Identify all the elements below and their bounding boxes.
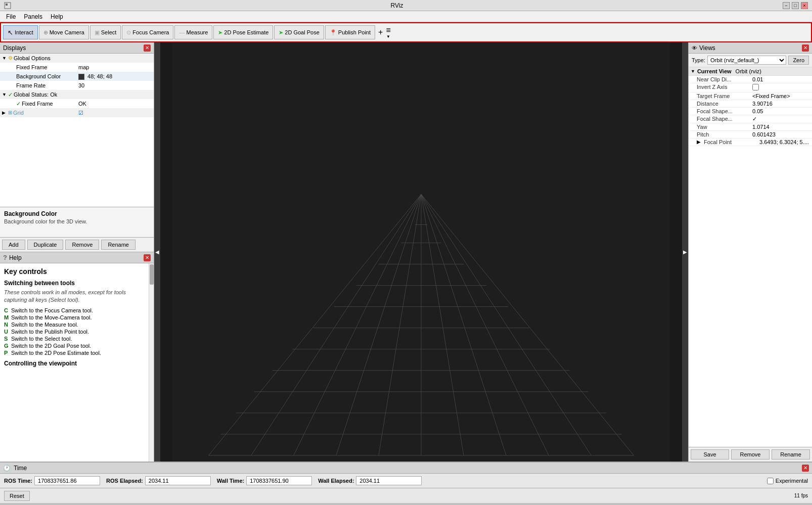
cv-row-focalshape1[interactable]: Focal Shape... 0.05 [689,108,812,115]
cv-focalpoint-value: 3.6493; 6.3024; 5.... [759,139,810,145]
grid-row[interactable]: ▶ ⊞ Grid ☑ [0,108,154,117]
move-camera-label: Move Camera [50,29,84,35]
help-scroll-thumb[interactable] [150,264,154,285]
collapse-right-button[interactable]: ▶ [682,42,688,462]
move-camera-button[interactable]: ⊕ Move Camera [39,25,89,39]
minimize-button[interactable]: − [783,2,790,9]
current-view-header[interactable]: ▼ Current View Orbit (rviz) [689,67,812,76]
select-icon: ▣ [95,29,100,36]
views-rename-button[interactable]: Rename [772,449,810,460]
cv-row-nearclip[interactable]: Near Clip Di... 0.01 [689,76,812,83]
wall-elapsed-label: Wall Elapsed: [318,478,354,484]
help-inner: Key controls Switching between tools The… [0,263,154,462]
views-buttons: Save Remove Rename [689,447,812,462]
maximize-button[interactable]: □ [792,2,799,9]
global-status-ff-row[interactable]: ✓ Fixed Frame OK [0,99,154,108]
ros-elapsed-input[interactable] [145,476,211,485]
menu-file[interactable]: File [2,12,20,21]
wall-elapsed-input[interactable] [356,476,422,485]
grid-checkbox[interactable]: ☑ [78,110,83,116]
menu-help[interactable]: Help [47,12,67,21]
help-main-title: Key controls [4,267,145,276]
cv-row-invertz[interactable]: Invert Z Axis [689,83,812,93]
3d-view[interactable] [160,42,682,462]
rename-button[interactable]: Rename [101,240,136,250]
displays-close-button[interactable]: ✕ [144,44,151,52]
cv-row-targetframe[interactable]: Target Frame <Fixed Frame> [689,93,812,100]
cv-row-focalshape2[interactable]: Focal Shape... ✓ [689,115,812,123]
description-title: Background Color [4,210,150,217]
views-zero-button[interactable]: Zero [788,56,809,65]
cv-focalpoint-label: Focal Point [704,139,759,145]
measure-button[interactable]: — Measure [174,25,212,39]
toolbar-overflow-button[interactable]: ≡ [386,26,390,34]
interact-label: Interact [15,29,33,35]
cv-focalshape2-value: ✓ [752,116,810,122]
focus-camera-button[interactable]: ⊙ Focus Camera [122,25,173,39]
time-panel-title: Time [14,465,27,472]
goal-pose-button[interactable]: ➤ 2D Goal Pose [274,25,324,39]
displays-tree[interactable]: ▼ ⚙ Global Options Fixed Frame map [0,54,154,207]
shortcut-desc-m: Switch to the Move-Camera tool. [11,314,145,320]
publish-point-button[interactable]: 📍 Publish Point [325,25,375,39]
shortcut-p: P Switch to the 2D Pose Estimate tool. [4,350,145,356]
pose-estimate-button[interactable]: ➤ 2D Pose Estimate [213,25,273,39]
experimental-checkbox[interactable] [767,478,774,484]
global-status-expand[interactable]: ▼ [2,90,7,99]
current-view-panel: ▼ Current View Orbit (rviz) Near Clip Di… [689,67,812,447]
shortcut-g: G Switch to the 2D Goal Pose tool. [4,343,145,349]
shortcut-desc-u: Switch to the Publish Point tool. [11,329,145,335]
cv-row-distance[interactable]: Distance 3.90716 [689,100,812,108]
global-status-row[interactable]: ▼ ✓ Global Status: Ok [0,90,154,99]
select-button[interactable]: ▣ Select [90,25,121,39]
help-panel-title: Help [9,254,22,261]
wall-time-input[interactable] [246,476,312,485]
help-close-button[interactable]: ✕ [144,254,151,261]
current-view-expand[interactable]: ▼ [691,69,695,74]
frame-rate-row[interactable]: Frame Rate 30 [0,81,154,90]
reset-button[interactable]: Reset [4,491,30,501]
bg-color-row[interactable]: Background Color 48; 48; 48 [0,72,154,81]
views-save-button[interactable]: Save [691,449,729,460]
collapse-left-button[interactable]: ◀ [154,42,160,462]
remove-button[interactable]: Remove [65,240,99,250]
interact-button[interactable]: ↖ Interact [3,25,38,39]
displays-panel-title: Displays [3,44,26,52]
cv-row-pitch[interactable]: Pitch 0.601423 [689,131,812,139]
global-options-icon: ⚙ [8,54,13,63]
main-layout: Displays ✕ ▼ ⚙ Global Options [0,42,812,462]
window-controls: − □ × [783,2,808,9]
add-button[interactable]: Add [2,240,25,250]
cv-row-yaw[interactable]: Yaw 1.0714 [689,123,812,131]
add-tool-button[interactable]: + [376,28,385,37]
help-panel: ? Help ✕ Key controls Switching between … [0,252,154,462]
cv-row-focalpoint[interactable]: ▶ Focal Point 3.6493; 6.3024; 5.... [689,139,812,146]
close-button[interactable]: × [801,2,808,9]
cv-pitch-label: Pitch [697,131,752,137]
global-status-label: Global Status: Ok [14,90,57,99]
views-remove-button[interactable]: Remove [731,449,770,460]
time-close-button[interactable]: ✕ [802,465,809,472]
help-content: Key controls Switching between tools The… [0,263,149,462]
fixed-frame-row[interactable]: Fixed Frame map [0,63,154,72]
help-scrollbar[interactable] [149,263,154,462]
title-bar: RViz − □ × [0,0,812,11]
global-options-expand[interactable]: ▼ [2,54,7,63]
invert-z-checkbox[interactable] [752,84,759,90]
grid-expand[interactable]: ▶ [2,108,7,117]
views-close-button[interactable]: ✕ [802,44,809,52]
cv-targetframe-label: Target Frame [697,93,752,99]
duplicate-button[interactable]: Duplicate [27,240,64,250]
menu-panels[interactable]: Panels [20,12,47,21]
views-type-row: Type: Orbit (rviz_default_) Zero [689,54,812,67]
cv-distance-label: Distance [697,101,752,107]
views-type-label: Type: [692,57,705,63]
shortcut-s: S Switch to the Select tool. [4,336,145,342]
cv-invertz-value [752,84,810,91]
toolbar-arrow-down: ▼ [386,34,390,39]
ros-time-input[interactable] [34,476,100,485]
views-type-select[interactable]: Orbit (rviz_default_) [707,56,786,65]
cv-pitch-value: 0.601423 [752,131,810,137]
global-options-row[interactable]: ▼ ⚙ Global Options [0,54,154,63]
cv-focalpoint-expand[interactable]: ▶ [697,139,704,145]
